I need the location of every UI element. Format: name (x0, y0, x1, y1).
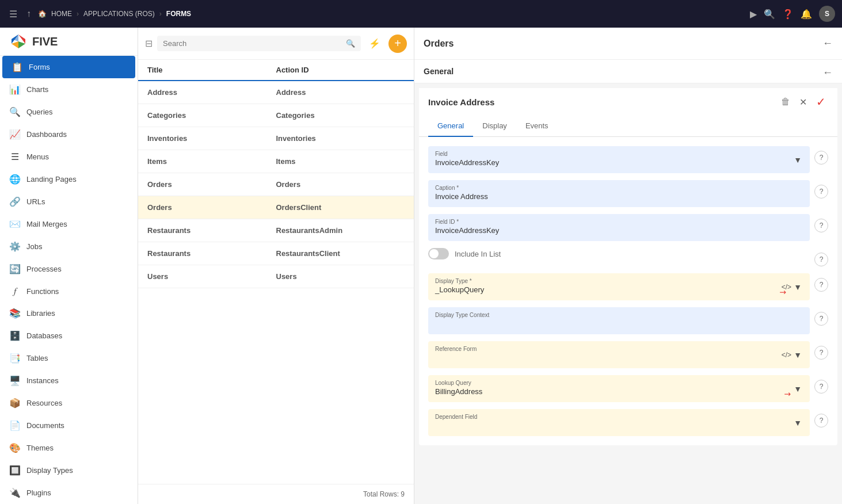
caption-help-button[interactable]: ? (814, 185, 828, 198)
include-help-button[interactable]: ? (814, 253, 828, 266)
sidebar-item-charts[interactable]: 📊 Charts (0, 78, 138, 101)
general-section-header: General ← (414, 60, 842, 83)
back-icon[interactable]: ↑ (24, 6, 33, 21)
lookup-query-dropdown-button[interactable]: ▼ (793, 383, 803, 395)
bell-icon[interactable]: 🔔 (801, 9, 812, 20)
sidebar-icon-urls: 🔗 (9, 196, 21, 207)
dependent-field-dropdown-button[interactable]: ▼ (793, 417, 803, 429)
lightning-button[interactable]: ⚡ (365, 35, 384, 53)
field-help-button[interactable]: ? (814, 151, 828, 165)
display-type-context-help-button[interactable]: ? (814, 312, 828, 326)
tab-general[interactable]: General (428, 116, 473, 137)
lookup-query-help-button[interactable]: ? (814, 380, 828, 394)
close-button[interactable]: ✕ (797, 94, 809, 110)
sidebar-label-urls: URLs (26, 197, 45, 206)
fieldid-help-button[interactable]: ? (814, 219, 828, 232)
display-type-dropdown-button[interactable]: ▼ (793, 281, 803, 293)
sidebar-icon-charts: 📊 (9, 84, 21, 95)
sidebar-icon-forms: 📋 (12, 62, 23, 72)
sidebar-item-dashboards[interactable]: 📈 Dashboards (0, 123, 138, 146)
sidebar-item-tables[interactable]: 📑 Tables (0, 347, 138, 369)
sidebar-item-instances[interactable]: 🖥️ Instances (0, 369, 138, 392)
hamburger-icon[interactable]: ☰ (7, 6, 20, 22)
reference-form-dropdown-button[interactable]: ▼ (793, 349, 803, 361)
filter-icon[interactable]: ⊟ (145, 38, 153, 49)
tab-display[interactable]: Display (473, 116, 516, 137)
search-input[interactable] (163, 39, 342, 48)
sidebar-item-jobs[interactable]: ⚙️ Jobs (0, 235, 138, 258)
sidebar-item-resources[interactable]: 📦 Resources (0, 392, 138, 414)
field-value-reference-form (435, 353, 780, 364)
field-dropdown-button[interactable]: ▼ (793, 154, 803, 166)
row-title-5: Orders (147, 203, 276, 212)
breadcrumb-applications[interactable]: APPLICATIONS (ROS) (83, 10, 155, 18)
table-row[interactable]: Restaurants RestaurantsAdmin (138, 219, 414, 242)
sidebar-label-dashboards: Dashboards (26, 130, 67, 139)
include-toggle[interactable] (428, 248, 449, 259)
table-row[interactable]: Items Items (138, 150, 414, 173)
field-container-dependent-field: Dependent Field ▼ (428, 409, 810, 436)
table-row[interactable]: Restaurants RestaurantsClient (138, 242, 414, 265)
sidebar-item-menus[interactable]: ☰ Menus (0, 146, 138, 168)
play-icon[interactable]: ▶ (750, 9, 757, 20)
breadcrumb-home[interactable]: HOME (51, 10, 72, 18)
table-row[interactable]: Orders Orders (138, 173, 414, 196)
sidebar-item-forms[interactable]: 📋 Forms (2, 56, 135, 78)
sidebar-item-display-types[interactable]: 🔲 Display Types (0, 459, 138, 482)
field-row-field: Field InvoiceAddressKey ▼ ? (428, 146, 828, 173)
sidebar-item-processes[interactable]: 🔄 Processes (0, 258, 138, 280)
sidebar-label-queries: Queries (26, 108, 53, 116)
reference-form-code-button[interactable]: </> (780, 350, 793, 360)
row-title-2: Inventories (147, 134, 276, 143)
detail-back-button[interactable]: ← (822, 37, 833, 49)
sidebar-item-functions[interactable]: 𝑓 Functions (0, 280, 138, 302)
table-row[interactable]: Categories Categories (138, 104, 414, 127)
sidebar-items-list: 📋 Forms 📊 Charts 🔍 Queries 📈 Dashboards … (0, 56, 138, 504)
sidebar-icon-dashboards: 📈 (9, 129, 21, 140)
top-nav-right: ▶ 🔍 ❓ 🔔 S (750, 6, 835, 22)
table-row[interactable]: Users Users (138, 265, 414, 288)
breadcrumb-forms[interactable]: FORMS (166, 10, 191, 18)
row-action-7: RestaurantsClient (276, 249, 405, 258)
sidebar-label-resources: Resources (26, 399, 62, 407)
sidebar-item-landing-pages[interactable]: 🌐 Landing Pages (0, 168, 138, 190)
sidebar-label-functions: Functions (26, 287, 59, 296)
display-type-help-button[interactable]: ? (814, 278, 828, 292)
search-box: 🔍 (157, 36, 361, 51)
table-row[interactable]: Address Address (138, 81, 414, 104)
sidebar-item-libraries[interactable]: 📚 Libraries (0, 302, 138, 324)
field-value-fieldid: InvoiceAddressKey (435, 226, 803, 236)
sidebar-item-documents[interactable]: 📄 Documents (0, 414, 138, 437)
sidebar-label-tables: Tables (26, 354, 48, 362)
general-back-button[interactable]: ← (822, 67, 833, 79)
field-label-caption: Caption * (435, 185, 803, 191)
sidebar-item-queries[interactable]: 🔍 Queries (0, 101, 138, 123)
sidebar-item-themes[interactable]: 🎨 Themes (0, 437, 138, 459)
reference-form-help-button[interactable]: ? (814, 346, 828, 360)
table-row[interactable]: Orders OrdersClient (138, 196, 414, 219)
sidebar-item-urls[interactable]: 🔗 URLs (0, 190, 138, 213)
svg-marker-3 (18, 41, 25, 48)
sidebar-item-mail-merges[interactable]: ✉️ Mail Merges (0, 213, 138, 235)
add-button[interactable]: + (388, 35, 407, 53)
field-row-dependent-field: Dependent Field ▼ ? (428, 409, 828, 436)
help-icon[interactable]: ❓ (782, 9, 794, 20)
sidebar-item-plugins[interactable]: 🔌 Plugins (0, 482, 138, 504)
delete-button[interactable]: 🗑 (779, 94, 793, 109)
avatar[interactable]: S (819, 6, 835, 22)
field-wrap-caption: Caption * Invoice Address (428, 180, 810, 207)
confirm-button[interactable]: ✓ (814, 93, 828, 111)
search-icon[interactable]: 🔍 (764, 9, 775, 20)
dependent-field-help-button[interactable]: ? (814, 414, 828, 427)
sidebar-label-display-types: Display Types (26, 466, 73, 475)
field-container-display-type: Display Type * _LookupQuery </> ▼ (428, 273, 810, 300)
breadcrumb: 🏠 HOME › APPLICATIONS (ROS) › FORMS (38, 10, 745, 18)
col-title-header: Title (147, 66, 276, 74)
sidebar-icon-plugins: 🔌 (9, 487, 21, 498)
sidebar-item-databases[interactable]: 🗄️ Databases (0, 324, 138, 347)
sidebar-icon-documents: 📄 (9, 420, 21, 431)
tab-events[interactable]: Events (516, 116, 558, 137)
sidebar-icon-libraries: 📚 (9, 308, 21, 319)
table-row[interactable]: Inventories Inventories (138, 127, 414, 150)
top-navigation: ☰ ↑ 🏠 HOME › APPLICATIONS (ROS) › FORMS … (0, 0, 842, 28)
